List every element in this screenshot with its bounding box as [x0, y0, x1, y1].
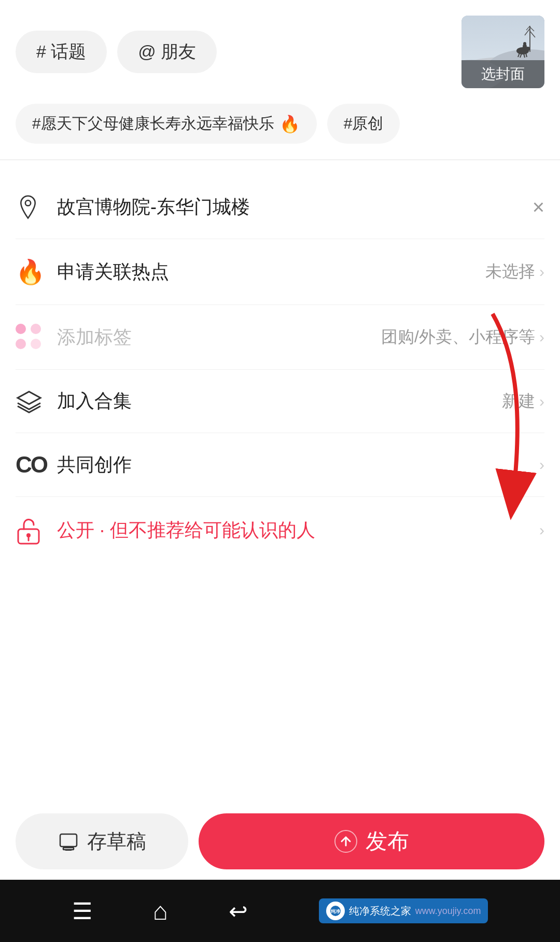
svg-text:纯净: 纯净 [330, 909, 341, 914]
cover-label[interactable]: 选封面 [461, 60, 544, 88]
svg-rect-22 [60, 834, 77, 847]
hotpoint-value: 未选择 › [485, 260, 544, 283]
collection-row[interactable]: 加入合集 新建 › [16, 370, 544, 433]
hashtag-pill-1[interactable]: #愿天下父母健康长寿永远幸福快乐 🔥 [16, 104, 317, 144]
collection-value: 新建 › [502, 390, 544, 413]
privacy-icon-wrap [16, 516, 57, 545]
privacy-value: › [539, 521, 544, 539]
divider-1 [0, 159, 560, 160]
location-icon [16, 195, 40, 220]
nav-home-icon[interactable]: ⌂ [153, 897, 168, 925]
watermark-logo: 纯净 [329, 905, 342, 917]
watermark-text: 纯净系统之家 [349, 904, 411, 918]
collection-label: 加入合集 [57, 389, 502, 414]
location-close-button[interactable]: × [533, 196, 544, 219]
bottom-bar: 存草稿 发布 [0, 803, 560, 880]
svg-point-17 [25, 200, 31, 205]
menu-section: 故宫博物院-东华门城楼 × 🔥 申请关联热点 未选择 › 添加标签 团购/外卖、… [0, 176, 560, 563]
cover-thumbnail[interactable]: 选封面 [461, 16, 544, 88]
friend-button[interactable]: @ 朋友 [117, 31, 217, 73]
publish-button[interactable]: 发布 [199, 813, 544, 869]
hashtag-text-2: #原创 [344, 113, 384, 134]
tag-row[interactable]: 添加标签 团购/外卖、小程序等 › [16, 305, 544, 370]
privacy-chevron-icon: › [539, 521, 544, 539]
draft-button[interactable]: 存草稿 [16, 813, 188, 869]
privacy-label: 公开 · 但不推荐给可能认识的人 [57, 518, 539, 543]
topic-button[interactable]: # 话题 [16, 31, 107, 73]
collab-label: 共同创作 [57, 452, 539, 478]
hashtag-pill-2[interactable]: #原创 [327, 104, 400, 144]
tag-chevron-icon: › [539, 328, 544, 346]
hotpoint-icon-wrap: 🔥 [16, 258, 57, 286]
hotpoint-label: 申请关联热点 [57, 259, 485, 285]
svg-rect-23 [63, 848, 74, 850]
watermark-icon: 纯净 [326, 902, 345, 920]
collection-chevron-icon: › [539, 393, 544, 410]
location-row[interactable]: 故宫博物院-东华门城楼 × [16, 176, 544, 239]
location-label: 故宫博物院-东华门城楼 [57, 195, 533, 220]
tag-value: 团购/外卖、小程序等 › [381, 326, 544, 349]
lock-icon [16, 516, 41, 545]
layers-icon [16, 390, 43, 413]
draft-icon [58, 832, 79, 851]
nav-back-icon[interactable]: ↩ [229, 898, 248, 924]
co-icon: CO [16, 452, 47, 478]
android-nav-bar: ☰ ⌂ ↩ 纯净 纯净系统之家 www.youjiy.com [0, 880, 560, 942]
hotpoint-icon: 🔥 [16, 258, 45, 286]
hotpoint-row[interactable]: 🔥 申请关联热点 未选择 › [16, 239, 544, 305]
svg-rect-24 [65, 850, 72, 851]
publish-label: 发布 [366, 827, 409, 856]
hotpoint-chevron-icon: › [539, 263, 544, 281]
hashtag-text-1: #愿天下父母健康长寿永远幸福快乐 [32, 113, 274, 134]
collection-icon-wrap [16, 390, 57, 413]
location-icon-wrap [16, 195, 57, 220]
top-section: # 话题 @ 朋友 [0, 0, 560, 88]
dots-icon [16, 324, 43, 351]
hashtag-strip: #愿天下父母健康长寿永远幸福快乐 🔥 #原创 [16, 104, 544, 144]
nav-menu-icon[interactable]: ☰ [72, 898, 92, 924]
watermark: 纯净 纯净系统之家 www.youjiy.com [319, 898, 488, 923]
tag-buttons: # 话题 @ 朋友 [16, 31, 217, 73]
collab-chevron-icon: › [539, 456, 544, 474]
watermark-url: www.youjiy.com [415, 906, 481, 917]
draft-label: 存草稿 [87, 828, 146, 855]
privacy-row[interactable]: 公开 · 但不推荐给可能认识的人 › [16, 497, 544, 563]
publish-upload-icon [334, 830, 357, 853]
tag-icon-wrap [16, 324, 57, 351]
tag-label: 添加标签 [57, 325, 381, 350]
svg-point-16 [523, 42, 526, 45]
collab-row[interactable]: CO 共同创作 › [16, 433, 544, 497]
collab-value: › [539, 456, 544, 474]
collab-icon-wrap: CO [16, 452, 57, 478]
fire-icon-1: 🔥 [279, 114, 300, 134]
